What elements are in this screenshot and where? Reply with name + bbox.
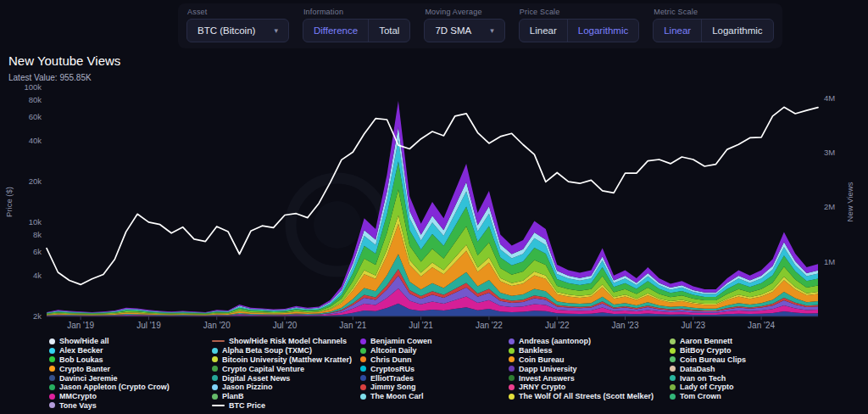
legend-item[interactable]: Davinci Jeremie bbox=[49, 373, 212, 383]
total-button[interactable]: Total bbox=[368, 20, 409, 42]
left-axis-tick: 2k bbox=[33, 311, 42, 321]
legend-label: BTC Price bbox=[229, 401, 265, 410]
legend-item[interactable]: Jason Appleton (Crypto Crow) bbox=[49, 383, 212, 392]
x-axis-tick: Jul '19 bbox=[136, 321, 161, 330]
left-axis-tick: 80k bbox=[29, 95, 42, 104]
legend-item[interactable]: Digital Asset News bbox=[212, 373, 360, 383]
legend-label: Dapp University bbox=[519, 365, 577, 373]
legend-column: Benjamin CowenAltcoin DailyChris DunnCry… bbox=[360, 337, 509, 410]
legend-dot-marker bbox=[49, 394, 55, 400]
legend-item[interactable]: Chris Dunn bbox=[360, 355, 509, 365]
legend-label: MMCrypto bbox=[59, 392, 97, 400]
x-axis-tick: Jul '23 bbox=[681, 321, 705, 330]
legend-item[interactable]: CryptosRUs bbox=[360, 364, 509, 373]
legend-label: Altcoin Daily bbox=[370, 346, 417, 355]
legend-item[interactable]: Alex Becker bbox=[49, 346, 212, 355]
x-axis-tick: Jan '20 bbox=[203, 321, 231, 330]
moving-average-value: 7D SMA bbox=[435, 25, 471, 36]
legend-item[interactable]: ElliotTrades bbox=[360, 373, 509, 383]
moving-average-control: Moving Average 7D SMA ▾ bbox=[424, 8, 504, 42]
right-axis-tick: 4M bbox=[824, 93, 835, 103]
legend-label: Ivan on Tech bbox=[680, 374, 726, 383]
legend-label: Bankless bbox=[519, 346, 553, 355]
legend-label: Tone Vays bbox=[59, 401, 97, 410]
right-axis-tick: 1M bbox=[824, 257, 835, 266]
legend-item[interactable]: Dapp University bbox=[509, 364, 670, 373]
legend: Show/Hide allAlex BeckerBob LoukasCrypto… bbox=[49, 337, 746, 410]
page-title: New Youtube Views bbox=[8, 53, 120, 68]
legend-dot-marker bbox=[360, 356, 366, 362]
legend-dot-marker bbox=[49, 366, 55, 372]
legend-dot-marker bbox=[49, 348, 55, 354]
legend-label: Crypto Capital Venture bbox=[222, 365, 304, 373]
legend-dot-marker bbox=[212, 348, 218, 354]
metric-scale-logarithmic-button[interactable]: Logarithmic bbox=[701, 20, 772, 42]
legend-item[interactable]: Crypto Capital Venture bbox=[212, 364, 360, 373]
legend-item[interactable]: Alpha Beta Soup (TXMC) bbox=[212, 346, 360, 355]
legend-item[interactable]: JRNY Crypto bbox=[509, 383, 670, 392]
left-axis-tick: 6k bbox=[33, 247, 42, 256]
legend-item[interactable]: Bob Loukas bbox=[49, 355, 212, 365]
legend-column: Show/Hide allAlex BeckerBob LoukasCrypto… bbox=[49, 337, 212, 410]
legend-item[interactable]: Andreas (aantonop) bbox=[509, 337, 670, 346]
legend-item[interactable]: Lady of Crypto bbox=[670, 383, 746, 392]
legend-item[interactable]: Coin Bureau Clips bbox=[670, 355, 746, 365]
legend-item[interactable]: The Moon Carl bbox=[360, 392, 509, 401]
legend-item[interactable]: Show/Hide Risk Model Channels bbox=[212, 337, 360, 346]
legend-dot-marker bbox=[360, 375, 366, 381]
legend-item[interactable]: Jason Pizzino bbox=[212, 383, 360, 392]
legend-item[interactable]: Bitcoin University (Matthew Kratter) bbox=[212, 355, 360, 365]
legend-label: Tom Crown bbox=[680, 392, 721, 400]
legend-label: Benjamin Cowen bbox=[370, 337, 432, 345]
legend-label: Invest Answers bbox=[519, 374, 575, 383]
information-label: Information bbox=[303, 8, 411, 16]
legend-item[interactable]: Crypto Banter bbox=[49, 364, 212, 373]
metric-scale-linear-button[interactable]: Linear bbox=[654, 20, 701, 42]
difference-button[interactable]: Difference bbox=[303, 20, 368, 42]
x-axis-tick: Jan '22 bbox=[476, 321, 503, 330]
legend-dot-marker bbox=[670, 394, 676, 400]
left-axis-tick: 60k bbox=[29, 112, 42, 121]
legend-item[interactable]: PlanB bbox=[212, 392, 360, 401]
legend-label: Lady of Crypto bbox=[680, 383, 734, 391]
legend-item[interactable]: Show/Hide all bbox=[49, 337, 212, 346]
legend-label: Alex Becker bbox=[59, 346, 103, 355]
legend-dot-marker bbox=[670, 356, 676, 362]
price-scale-linear-button[interactable]: Linear bbox=[520, 20, 567, 42]
legend-item[interactable]: Ivan on Tech bbox=[670, 373, 746, 383]
legend-item[interactable]: MMCrypto bbox=[49, 392, 212, 401]
legend-item[interactable]: DataDash bbox=[670, 364, 746, 373]
legend-dot-marker bbox=[670, 375, 676, 381]
legend-dot-marker bbox=[670, 338, 676, 344]
legend-item[interactable]: Aaron Bennett bbox=[670, 337, 746, 346]
legend-item[interactable]: Bankless bbox=[509, 346, 670, 355]
legend-item[interactable]: BitBoy Crypto bbox=[670, 346, 746, 355]
legend-label: The Wolf Of All Streets (Scott Melker) bbox=[519, 392, 654, 400]
legend-label: Davinci Jeremie bbox=[59, 374, 118, 383]
legend-label: Jason Pizzino bbox=[222, 383, 273, 391]
legend-label: Digital Asset News bbox=[222, 374, 290, 383]
legend-item[interactable]: Invest Answers bbox=[509, 373, 670, 383]
legend-dot-marker bbox=[509, 366, 515, 372]
legend-item[interactable]: Tone Vays bbox=[49, 401, 212, 411]
legend-item[interactable]: BTC Price bbox=[212, 401, 360, 411]
legend-item[interactable]: Coin Bureau bbox=[509, 355, 670, 365]
legend-dot-marker bbox=[49, 402, 55, 408]
legend-dot-marker bbox=[360, 394, 366, 400]
legend-item[interactable]: Altcoin Daily bbox=[360, 346, 509, 355]
main-chart[interactable]: 2k4k6k8k10k20k40k60k80k100k1M2M3M4MJan '… bbox=[0, 81, 868, 332]
legend-item[interactable]: Benjamin Cowen bbox=[360, 337, 509, 346]
asset-dropdown[interactable]: BTC (Bitcoin) ▾ bbox=[186, 19, 289, 42]
legend-dot-marker bbox=[670, 384, 676, 390]
moving-average-dropdown[interactable]: 7D SMA ▾ bbox=[424, 19, 504, 42]
price-scale-logarithmic-button[interactable]: Logarithmic bbox=[567, 20, 638, 42]
legend-item[interactable]: Jimmy Song bbox=[360, 383, 509, 392]
chevron-down-icon: ▾ bbox=[274, 26, 278, 35]
legend-item[interactable]: Tom Crown bbox=[670, 392, 746, 401]
information-control: Information Difference Total bbox=[303, 8, 411, 42]
legend-dot-marker bbox=[360, 348, 366, 354]
asset-value: BTC (Bitcoin) bbox=[198, 25, 255, 36]
information-segmented: Difference Total bbox=[303, 19, 411, 42]
legend-item[interactable]: The Wolf Of All Streets (Scott Melker) bbox=[509, 392, 670, 401]
left-axis-tick: 8k bbox=[33, 230, 42, 239]
